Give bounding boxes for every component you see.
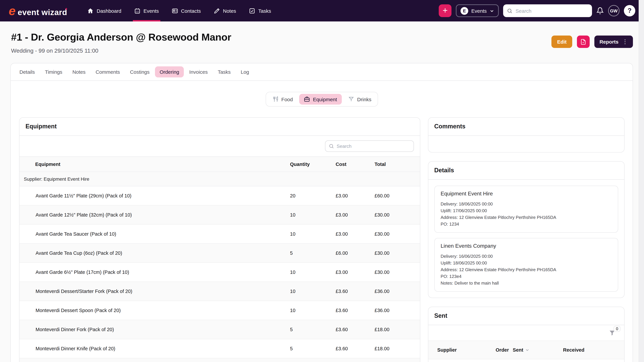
brand-name: event wizard — [18, 7, 67, 17]
bell-icon — [596, 7, 604, 14]
top-nav-right: + E Events GW ? — [439, 4, 635, 17]
table-search — [325, 140, 414, 152]
ordering-content: Food Equipment Drinks Equipme — [11, 81, 632, 362]
cell-total: £30.00 — [374, 250, 420, 256]
avatar[interactable]: GW — [608, 5, 620, 16]
page-header-text: #1 - Dr. Georgia Anderson @ Rosewood Man… — [11, 31, 231, 54]
utensils-icon — [272, 96, 278, 102]
table-row[interactable]: Avant Garde Tea Cup (6oz) (Pack of 20) 5… — [20, 244, 420, 263]
nav-item-label: Contacts — [181, 8, 201, 13]
brand-mark: e — [9, 4, 16, 17]
primary-nav: Dashboard Events Contacts Notes Tasks — [88, 0, 271, 21]
sent-column-sent-label: Sent — [513, 347, 523, 353]
tab-details[interactable]: Details — [15, 66, 40, 77]
search-icon — [507, 8, 512, 13]
help-button[interactable]: ? — [624, 5, 635, 16]
supplier-name: Equipment Event Hire — [440, 191, 612, 197]
edit-button[interactable]: Edit — [552, 35, 572, 48]
global-search-input[interactable] — [516, 8, 588, 13]
cell-name: Monteverdi Dinner Fork (Pack of 20) — [20, 327, 290, 332]
toggle-drinks[interactable]: Drinks — [343, 94, 376, 105]
table-row[interactable]: Avant Garde Tea Saucer (Pack of 10) 10 £… — [20, 225, 420, 244]
filter-button[interactable]: 0 — [609, 330, 616, 336]
cell-name: Avant Garde 6½" Plate (17cm) (Pack of 10… — [20, 270, 290, 275]
calendar-icon — [134, 7, 140, 14]
supplier-uplift: Uplift: 18/06/2025 00:00 — [440, 260, 612, 267]
page-header: #1 - Dr. Georgia Anderson @ Rosewood Man… — [0, 21, 644, 54]
brand-logo[interactable]: e event wizard ✦ — [9, 4, 72, 17]
question-icon: ? — [628, 7, 632, 14]
category-toggle-wrap: Food Equipment Drinks — [19, 92, 624, 107]
cell-cost: £3.60 — [336, 308, 374, 313]
cell-name: Avant Garde Tea Saucer (Pack of 10) — [20, 231, 290, 237]
column-header-total[interactable]: Total — [374, 162, 420, 167]
add-button[interactable]: + — [439, 4, 452, 17]
context-switcher[interactable]: E Events — [456, 4, 499, 17]
cell-quantity: 5 — [290, 327, 336, 332]
table-row[interactable]: Monteverdi Dinner Knife (Pack of 20) 5 £… — [20, 339, 420, 358]
table-row[interactable]: Avant Garde 6½" Plate (17cm) (Pack of 10… — [20, 263, 420, 282]
plus-icon: + — [442, 6, 448, 14]
tab-ordering[interactable]: Ordering — [155, 66, 184, 77]
supplier-detail-card: Linen Events Company Delivery: 16/06/202… — [434, 238, 618, 292]
supplier-detail-card: Equipment Event Hire Delivery: 18/06/202… — [434, 186, 618, 233]
notifications-button[interactable] — [596, 7, 604, 14]
nav-item-notes[interactable]: Notes — [214, 0, 236, 21]
details-panel-title: Details — [434, 167, 454, 174]
tab-tasks[interactable]: Tasks — [213, 66, 236, 77]
sent-column-sent[interactable]: Sent — [513, 347, 563, 353]
context-label: Events — [471, 8, 487, 13]
comments-panel-header: Comments — [428, 118, 624, 136]
scrollbar[interactable] — [639, 0, 644, 362]
column-header-cost[interactable]: Cost — [336, 162, 374, 167]
tab-comments[interactable]: Comments — [91, 66, 124, 77]
sent-column-received[interactable]: Received — [563, 347, 584, 353]
column-header-quantity[interactable]: Quantity — [290, 162, 336, 167]
table-search-input[interactable] — [336, 143, 410, 149]
reports-button[interactable]: Reports ⋮ — [594, 35, 633, 48]
cell-quantity: 10 — [290, 270, 336, 275]
table-row[interactable]: Avant Garde 11½" Plate (29cm) (Pack of 1… — [20, 186, 420, 205]
column-header-equipment[interactable]: Equipment — [20, 162, 290, 167]
chevron-down-icon — [490, 8, 494, 13]
toggle-label: Equipment — [313, 96, 337, 102]
sent-column-supplier[interactable]: Supplier — [428, 347, 496, 353]
nav-item-tasks[interactable]: Tasks — [249, 0, 271, 21]
tab-invoices[interactable]: Invoices — [185, 66, 212, 77]
cell-cost: £3.00 — [336, 231, 374, 237]
main-card: Details Timings Notes Comments Costings … — [10, 63, 633, 362]
table-row[interactable]: Monteverdi Dinner Fork (Pack of 20) 5 £3… — [20, 320, 420, 339]
table-row[interactable]: Monteverdi Dessert/Starter Fork (Pack of… — [20, 282, 420, 301]
nav-item-contacts[interactable]: Contacts — [172, 0, 201, 21]
cell-cost: £3.60 — [336, 346, 374, 351]
equipment-panel: Equipment Equipment Quantity Cost Total — [19, 117, 420, 362]
sent-panel-header: Sent — [428, 307, 624, 325]
table-row[interactable]: Monteverdi Dessert Spoon (Pack of 20) 10… — [20, 301, 420, 320]
app-root: e event wizard ✦ Dashboard Events Contac… — [0, 0, 644, 362]
cell-quantity: 5 — [290, 250, 336, 256]
table-row[interactable]: Avant Garde 12½" Plate (32cm) (Pack of 1… — [20, 205, 420, 225]
comments-panel-title: Comments — [434, 123, 466, 130]
page-title: #1 - Dr. Georgia Anderson @ Rosewood Man… — [11, 31, 231, 43]
supplier-group-row: Supplier: Equipment Event Hire — [20, 172, 420, 186]
details-panel: Details Equipment Event Hire Delivery: 1… — [428, 161, 624, 298]
cell-quantity: 10 — [290, 231, 336, 237]
ordering-columns: Equipment Equipment Quantity Cost Total — [19, 117, 624, 362]
tab-timings[interactable]: Timings — [40, 66, 67, 77]
tab-notes[interactable]: Notes — [68, 66, 90, 77]
sent-panel-title: Sent — [434, 312, 447, 319]
cell-cost: £3.60 — [336, 289, 374, 294]
tab-costings[interactable]: Costings — [125, 66, 154, 77]
toggle-equipment[interactable]: Equipment — [299, 94, 342, 105]
document-button[interactable] — [577, 35, 590, 48]
nav-item-events[interactable]: Events — [134, 0, 159, 21]
nav-item-dashboard[interactable]: Dashboard — [88, 0, 122, 21]
sent-column-order[interactable]: Order — [496, 347, 513, 353]
equipment-panel-title: Equipment — [26, 123, 57, 130]
cell-cost: £6.00 — [336, 250, 374, 256]
file-icon — [580, 39, 586, 45]
sent-filter-row: 0 — [428, 325, 624, 341]
header-actions: Edit Reports ⋮ — [552, 35, 633, 48]
toggle-food[interactable]: Food — [268, 94, 298, 105]
tab-log[interactable]: Log — [236, 66, 254, 77]
